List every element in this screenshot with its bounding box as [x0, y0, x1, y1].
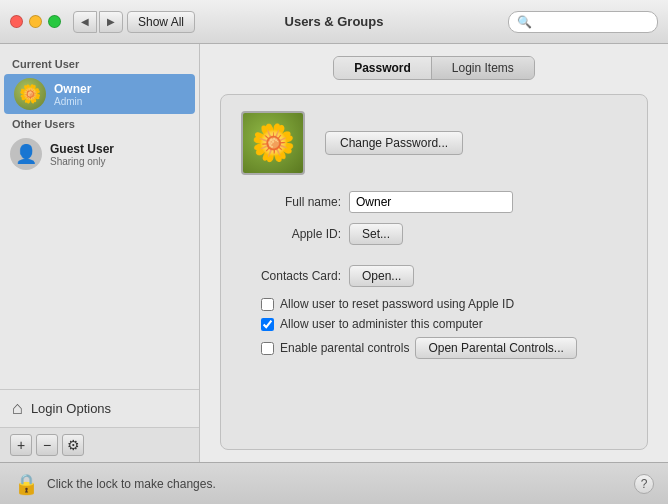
close-button[interactable]: [10, 15, 23, 28]
guest-info: Guest User Sharing only: [50, 142, 114, 167]
minimize-button[interactable]: [29, 15, 42, 28]
search-box[interactable]: 🔍: [508, 11, 658, 33]
show-all-button[interactable]: Show All: [127, 11, 195, 33]
remove-user-button[interactable]: −: [36, 434, 58, 456]
search-icon: 🔍: [517, 15, 532, 29]
apple-id-row: Apple ID: Set...: [241, 223, 627, 245]
sidebar: Current User Owner Admin Other Users 👤 G…: [0, 44, 200, 462]
window-title: Users & Groups: [285, 14, 384, 29]
allow-reset-row: Allow user to reset password using Apple…: [241, 297, 627, 311]
allow-admin-label: Allow user to administer this computer: [280, 317, 483, 331]
content-area: Password Login Items 🌼 Change Password..…: [200, 44, 668, 462]
owner-user-item[interactable]: Owner Admin: [4, 74, 195, 114]
full-name-row: Full name:: [241, 191, 627, 213]
nav-buttons: ◀ ▶: [73, 11, 123, 33]
allow-admin-row: Allow user to administer this computer: [241, 317, 627, 331]
titlebar: ◀ ▶ Show All Users & Groups 🔍: [0, 0, 668, 44]
guest-role: Sharing only: [50, 156, 114, 167]
guest-avatar: 👤: [10, 138, 42, 170]
login-options-item[interactable]: ⌂ Login Options: [0, 389, 199, 427]
help-button[interactable]: ?: [634, 474, 654, 494]
current-user-label: Current User: [0, 54, 199, 74]
settings-button[interactable]: ⚙: [62, 434, 84, 456]
tabs: Password Login Items: [220, 56, 648, 80]
forward-button[interactable]: ▶: [99, 11, 123, 33]
bottom-bar: 🔒 Click the lock to make changes. ?: [0, 462, 668, 504]
lock-area[interactable]: 🔒 Click the lock to make changes.: [14, 472, 216, 496]
allow-reset-label: Allow user to reset password using Apple…: [280, 297, 514, 311]
enable-parental-label: Enable parental controls: [280, 341, 409, 355]
maximize-button[interactable]: [48, 15, 61, 28]
apple-id-set-button[interactable]: Set...: [349, 223, 403, 245]
guest-name: Guest User: [50, 142, 114, 156]
enable-parental-checkbox[interactable]: [261, 342, 274, 355]
full-name-label: Full name:: [241, 195, 341, 209]
guest-icon: 👤: [15, 143, 37, 165]
owner-avatar: [14, 78, 46, 110]
full-name-input[interactable]: [349, 191, 513, 213]
search-input[interactable]: [535, 15, 649, 29]
owner-name: Owner: [54, 82, 91, 96]
owner-role: Admin: [54, 96, 91, 107]
open-parental-controls-button[interactable]: Open Parental Controls...: [415, 337, 576, 359]
add-user-button[interactable]: +: [10, 434, 32, 456]
allow-admin-checkbox[interactable]: [261, 318, 274, 331]
owner-info: Owner Admin: [54, 82, 91, 107]
password-panel: 🌼 Change Password... Full name: Apple ID…: [220, 94, 648, 450]
user-photo: 🌼: [241, 111, 305, 175]
back-button[interactable]: ◀: [73, 11, 97, 33]
top-row: 🌼 Change Password...: [241, 111, 627, 175]
allow-reset-checkbox[interactable]: [261, 298, 274, 311]
login-options-label: Login Options: [31, 401, 111, 416]
tab-password[interactable]: Password: [334, 57, 432, 79]
change-password-button[interactable]: Change Password...: [325, 131, 463, 155]
lock-text: Click the lock to make changes.: [47, 477, 216, 491]
other-users-label: Other Users: [0, 114, 199, 134]
photo-emoji: 🌼: [251, 122, 296, 164]
guest-user-item[interactable]: 👤 Guest User Sharing only: [0, 134, 199, 174]
tab-login-items[interactable]: Login Items: [432, 57, 534, 79]
lock-icon: 🔒: [14, 472, 39, 496]
contacts-card-label: Contacts Card:: [241, 269, 341, 283]
contacts-open-button[interactable]: Open...: [349, 265, 414, 287]
tab-group: Password Login Items: [333, 56, 535, 80]
main-layout: Current User Owner Admin Other Users 👤 G…: [0, 44, 668, 462]
house-icon: ⌂: [12, 398, 23, 419]
apple-id-label: Apple ID:: [241, 227, 341, 241]
contacts-card-row: Contacts Card: Open...: [241, 265, 627, 287]
parental-controls-row: Enable parental controls Open Parental C…: [241, 337, 627, 359]
traffic-lights: [10, 15, 61, 28]
sidebar-bottom-buttons: + − ⚙: [0, 427, 199, 462]
